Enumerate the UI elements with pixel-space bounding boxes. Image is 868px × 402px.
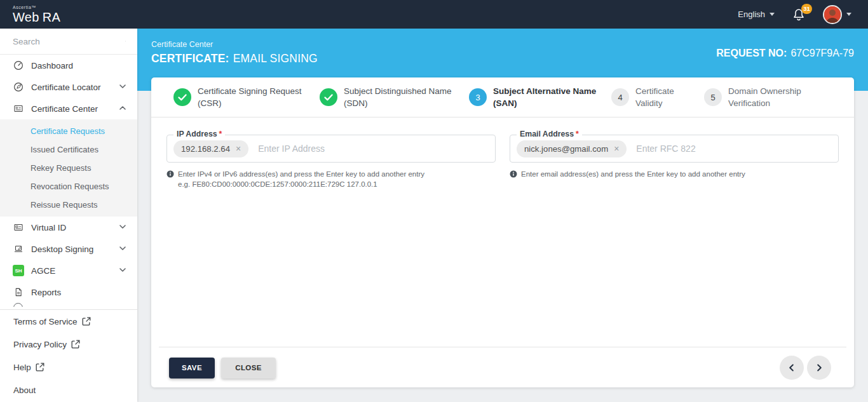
step-sdn[interactable]: Subject Distinguished Name(SDN) <box>320 85 469 109</box>
user-menu[interactable] <box>823 5 851 24</box>
app-logo: Ascertia™ WebRA <box>13 5 60 23</box>
step-csr[interactable]: Certificate Signing Request(CSR) <box>173 85 320 109</box>
sidebar-item-label: Reports <box>31 288 61 297</box>
save-button[interactable]: SAVE <box>169 358 215 379</box>
chevron-down-icon <box>770 13 775 16</box>
breadcrumb: Certificate Center <box>151 40 318 49</box>
chevron-left-icon <box>787 363 797 373</box>
sidebar-item-certificate-locator[interactable]: Certificate Locator <box>0 76 137 98</box>
sidebar-item-label: Certificate Center <box>31 104 98 114</box>
search-icon[interactable] <box>125 36 126 47</box>
chevron-down-icon <box>119 245 126 254</box>
remove-chip-icon[interactable]: × <box>614 144 619 153</box>
avatar <box>823 5 842 24</box>
external-link-icon <box>36 363 44 372</box>
language-selector[interactable]: English <box>738 10 775 19</box>
notifications-button[interactable]: 31 <box>791 7 806 22</box>
check-icon <box>173 88 191 106</box>
email-chip: nick.jones@gmail.com × <box>517 140 627 157</box>
sidebar-item-label: Certificate Locator <box>31 83 101 92</box>
close-button[interactable]: CLOSE <box>221 358 276 379</box>
gauge-icon <box>13 60 24 71</box>
card-footer: SAVE CLOSE <box>159 347 846 380</box>
topbar: Ascertia™ WebRA English 31 <box>0 0 868 29</box>
ip-chip: 192.168.2.64 × <box>173 140 248 157</box>
chevron-down-icon <box>119 223 126 232</box>
sh-badge-icon: SH <box>13 265 24 276</box>
notification-badge: 31 <box>801 4 812 14</box>
step-number: 4 <box>611 88 629 106</box>
sidebar-item-certificate-center[interactable]: Certificate Center <box>0 98 137 119</box>
about-link[interactable]: About <box>0 379 137 401</box>
sidebar-subitem-revocation-requests[interactable]: Revocation Requests <box>0 177 137 196</box>
brand-webra: WebRA <box>13 11 60 23</box>
sidebar-item-label: AGCE <box>31 266 55 276</box>
laptop-pen-icon <box>13 243 24 255</box>
sidebar-search <box>0 29 137 55</box>
sidebar-item-desktop-signing[interactable]: Desktop Signing <box>0 238 137 260</box>
next-step-button[interactable] <box>807 356 831 380</box>
ip-helper: Enter IPv4 or IPv6 address(es) and press… <box>166 169 496 189</box>
compass-icon <box>13 81 24 93</box>
chevron-down-icon <box>119 266 126 276</box>
help-link[interactable]: Help <box>0 356 137 379</box>
main-content: Certificate Center CERTIFICATE:EMAIL SIG… <box>137 29 868 402</box>
search-input[interactable] <box>13 37 125 46</box>
chevron-down-icon <box>846 13 851 16</box>
sidebar: Dashboard Certificate Locator Certificat… <box>0 29 137 402</box>
step-number: 3 <box>469 88 487 106</box>
ip-address-field: IP Address* 192.168.2.64 × <box>166 135 496 163</box>
chevron-right-icon <box>814 363 824 373</box>
san-form: IP Address* 192.168.2.64 × Enter IPv4 or… <box>151 117 854 189</box>
external-link-icon <box>71 340 80 349</box>
info-icon <box>166 170 174 178</box>
certificate-center-submenu: Certificate Requests Issued Certificates… <box>0 119 137 217</box>
sidebar-item-label: Virtual ID <box>31 223 66 232</box>
sidebar-subitem-issued-certificates[interactable]: Issued Certificates <box>0 140 137 159</box>
language-label: English <box>738 10 765 19</box>
info-icon <box>510 170 517 178</box>
sidebar-subitem-reissue-requests[interactable]: Reissue Requests <box>0 196 137 214</box>
topbar-right: English 31 <box>738 5 851 24</box>
step-number: 5 <box>704 88 722 106</box>
sidebar-item-virtual-id[interactable]: Virtual ID <box>0 217 137 238</box>
email-helper: Enter email address(es) and press the En… <box>510 169 839 179</box>
step-domain-ownership[interactable]: 5 Domain OwnershipVerification <box>704 85 801 109</box>
chevron-up-icon <box>119 104 126 114</box>
email-address-field: Email Address* nick.jones@gmail.com × <box>510 135 839 163</box>
step-certificate-validity[interactable]: 4 CertificateValidity <box>611 85 704 109</box>
id-card-icon <box>13 222 24 233</box>
sidebar-item-reports[interactable]: Reports <box>0 281 137 303</box>
wizard-card: Certificate Signing Request(CSR) Subject… <box>151 77 854 387</box>
previous-step-button[interactable] <box>780 356 804 380</box>
sidebar-footer: Terms of Service Privacy Policy Help Abo… <box>0 309 137 401</box>
page-title: CERTIFICATE:EMAIL SIGNING <box>151 52 318 65</box>
email-address-input[interactable] <box>636 144 832 154</box>
sidebar-item-label: Dashboard <box>31 61 73 70</box>
sidebar-item-label: Desktop Signing <box>31 245 93 254</box>
privacy-policy-link[interactable]: Privacy Policy <box>0 333 137 356</box>
partially-visible-menu-item <box>0 303 137 307</box>
sidebar-subitem-rekey-requests[interactable]: Rekey Requests <box>0 159 137 177</box>
email-address-label: Email Address* <box>517 130 582 138</box>
brand-ascertia: Ascertia™ <box>13 5 60 10</box>
sidebar-subitem-certificate-requests[interactable]: Certificate Requests <box>0 122 137 140</box>
sidebar-item-dashboard[interactable]: Dashboard <box>0 55 137 76</box>
wizard-stepper: Certificate Signing Request(CSR) Subject… <box>151 77 854 117</box>
sidebar-item-agce[interactable]: SH AGCE <box>0 260 137 281</box>
document-icon <box>13 286 24 298</box>
chevron-down-icon <box>119 83 126 92</box>
certificate-card-icon <box>13 103 24 114</box>
terms-of-service-link[interactable]: Terms of Service <box>0 310 137 333</box>
ip-address-input[interactable] <box>258 144 489 154</box>
check-icon <box>320 88 337 106</box>
external-link-icon <box>82 317 91 326</box>
remove-chip-icon[interactable]: × <box>236 144 241 153</box>
step-san[interactable]: 3 Subject Alternative Name(SAN) <box>469 85 611 109</box>
ip-address-label: IP Address* <box>173 130 225 138</box>
sidebar-menu: Dashboard Certificate Locator Certificat… <box>0 55 137 307</box>
